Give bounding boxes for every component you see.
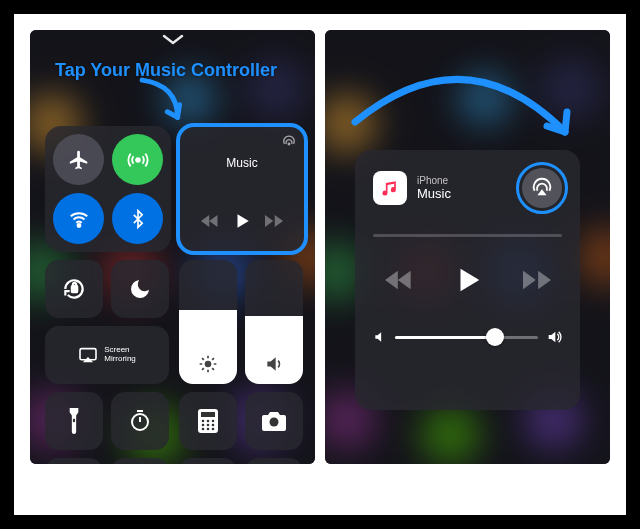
alarm-button[interactable] [45, 458, 103, 464]
volume-track[interactable] [395, 336, 538, 339]
svg-point-28 [212, 428, 215, 431]
svg-line-11 [212, 368, 214, 370]
next-track-icon[interactable] [523, 270, 551, 290]
music-player-card: iPhone Music [355, 150, 580, 410]
svg-point-25 [212, 424, 215, 427]
camera-button[interactable] [245, 392, 303, 450]
svg-point-21 [207, 420, 210, 423]
calculator-button[interactable] [179, 392, 237, 450]
svg-rect-19 [201, 412, 215, 417]
rotation-lock-button[interactable] [45, 260, 103, 318]
svg-line-10 [202, 358, 204, 360]
svg-point-29 [270, 418, 279, 427]
notes-button[interactable] [111, 458, 169, 464]
timer-button[interactable] [111, 392, 169, 450]
volume-slider[interactable] [245, 260, 303, 384]
svg-line-13 [212, 358, 214, 360]
play-icon[interactable] [453, 265, 483, 295]
cellular-data-toggle[interactable] [112, 134, 163, 185]
airplane-mode-toggle[interactable] [53, 134, 104, 185]
control-center-screen: Tap Your Music Controller [30, 30, 315, 464]
flashlight-button[interactable] [45, 392, 103, 450]
brightness-slider[interactable] [179, 260, 237, 384]
source-device-label: iPhone [417, 175, 512, 186]
volume-low-icon [373, 330, 387, 344]
previous-track-icon[interactable] [385, 270, 413, 290]
chevron-down-icon[interactable] [162, 34, 184, 46]
scrub-bar[interactable] [373, 234, 562, 237]
svg-point-20 [202, 420, 205, 423]
svg-point-22 [212, 420, 215, 423]
svg-point-26 [202, 428, 205, 431]
now-playing-app-label: Music [417, 186, 512, 201]
volume-thumb[interactable] [486, 328, 504, 346]
play-icon[interactable] [233, 212, 251, 230]
svg-point-0 [136, 158, 140, 162]
airplay-icon [531, 177, 553, 199]
previous-track-icon[interactable] [201, 214, 219, 228]
music-title: Music [189, 156, 295, 170]
expanded-music-screen: iPhone Music [325, 30, 610, 464]
svg-rect-3 [72, 286, 77, 293]
volume-icon [245, 354, 303, 374]
wifi-toggle[interactable] [53, 193, 104, 244]
airplay-icon [281, 134, 297, 150]
do-not-disturb-button[interactable] [111, 260, 169, 318]
svg-point-24 [207, 424, 210, 427]
svg-point-27 [207, 428, 210, 431]
next-track-icon[interactable] [265, 214, 283, 228]
airplay-button[interactable] [522, 168, 562, 208]
tutorial-frame: Tap Your Music Controller [14, 14, 626, 515]
svg-point-2 [288, 143, 290, 145]
svg-point-5 [205, 361, 212, 368]
screen-mirroring-button[interactable]: Screen Mirroring [45, 326, 169, 384]
screen-mirroring-label: Screen Mirroring [104, 346, 136, 364]
music-app-icon [373, 171, 407, 205]
volume-high-icon [546, 329, 562, 345]
svg-point-23 [202, 424, 205, 427]
screen-record-button[interactable] [179, 458, 237, 464]
connectivity-card [45, 126, 171, 252]
brightness-icon [179, 354, 237, 374]
music-controller-card[interactable]: Music [179, 126, 305, 252]
svg-point-1 [77, 223, 80, 226]
svg-rect-14 [73, 419, 75, 422]
svg-line-12 [202, 368, 204, 370]
bluetooth-toggle[interactable] [112, 193, 163, 244]
hearing-button[interactable] [245, 458, 303, 464]
